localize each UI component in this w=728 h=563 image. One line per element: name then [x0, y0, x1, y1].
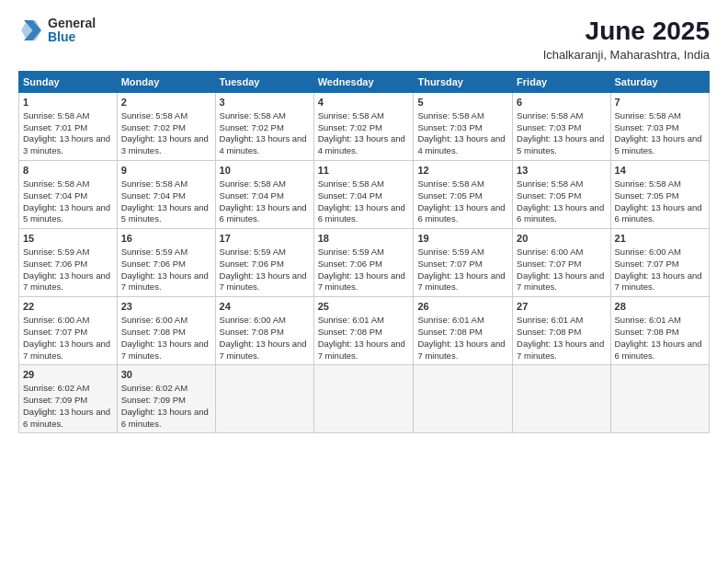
- col-wednesday: Wednesday: [313, 72, 414, 93]
- logo-general-text: General: [48, 17, 96, 30]
- table-cell: [610, 365, 709, 433]
- sunset: Sunset: 7:04 PM: [23, 190, 87, 201]
- day-number: 24: [220, 300, 310, 314]
- sunrise: Sunrise: 5:58 AM: [220, 110, 286, 121]
- sunset: Sunset: 7:07 PM: [615, 259, 679, 269]
- day-number: 12: [417, 164, 508, 178]
- sunrise: Sunrise: 6:02 AM: [23, 383, 89, 393]
- sunrise: Sunrise: 5:58 AM: [23, 178, 89, 189]
- sunset: Sunset: 7:03 PM: [517, 122, 581, 132]
- sunrise: Sunrise: 5:58 AM: [517, 110, 583, 121]
- daylight: Daylight: 13 hours and 6 minutes.: [318, 202, 405, 224]
- sunset: Sunset: 7:08 PM: [417, 327, 482, 337]
- day-number: 30: [121, 368, 211, 382]
- sunset: Sunset: 7:02 PM: [220, 122, 284, 132]
- daylight: Daylight: 13 hours and 7 minutes.: [220, 270, 307, 293]
- sunset: Sunset: 7:04 PM: [121, 190, 186, 201]
- sunrise: Sunrise: 5:58 AM: [23, 110, 89, 121]
- col-saturday: Saturday: [610, 72, 709, 93]
- logo-text: General Blue: [48, 17, 96, 45]
- daylight: Daylight: 13 hours and 4 minutes.: [318, 133, 405, 155]
- daylight: Daylight: 13 hours and 7 minutes.: [417, 339, 505, 361]
- table-row: 22Sunrise: 6:00 AMSunset: 7:07 PMDayligh…: [19, 297, 710, 365]
- logo-icon: [18, 17, 44, 43]
- table-cell: 8Sunrise: 5:58 AMSunset: 7:04 PMDaylight…: [19, 161, 118, 229]
- day-number: 26: [417, 300, 508, 314]
- subtitle: Ichalkaranji, Maharashtra, India: [543, 48, 710, 62]
- sunrise: Sunrise: 6:01 AM: [417, 315, 483, 325]
- sunrise: Sunrise: 6:01 AM: [517, 315, 583, 325]
- day-number: 4: [318, 96, 410, 109]
- table-cell: 16Sunrise: 5:59 AMSunset: 7:06 PMDayligh…: [117, 229, 215, 297]
- sunrise: Sunrise: 5:58 AM: [615, 178, 681, 189]
- sunrise: Sunrise: 5:58 AM: [417, 178, 483, 189]
- table-cell: 3Sunrise: 5:58 AMSunset: 7:02 PMDaylight…: [215, 93, 313, 161]
- sunset: Sunset: 7:05 PM: [517, 190, 581, 201]
- header-row: Sunday Monday Tuesday Wednesday Thursday…: [19, 72, 710, 93]
- table-cell: [215, 365, 313, 433]
- day-number: 20: [517, 232, 606, 246]
- table-row: 29Sunrise: 6:02 AMSunset: 7:09 PMDayligh…: [19, 365, 710, 433]
- sunrise: Sunrise: 5:58 AM: [318, 178, 384, 189]
- sunset: Sunset: 7:08 PM: [121, 327, 186, 337]
- daylight: Daylight: 13 hours and 7 minutes.: [615, 270, 702, 293]
- sunrise: Sunrise: 5:59 AM: [417, 247, 483, 257]
- daylight: Daylight: 13 hours and 6 minutes.: [220, 202, 307, 224]
- sunrise: Sunrise: 6:01 AM: [615, 315, 681, 325]
- col-sunday: Sunday: [19, 72, 118, 93]
- sunset: Sunset: 7:03 PM: [417, 122, 482, 132]
- sunset: Sunset: 7:06 PM: [318, 259, 382, 269]
- daylight: Daylight: 13 hours and 4 minutes.: [417, 133, 505, 155]
- sunrise: Sunrise: 6:00 AM: [220, 315, 286, 325]
- table-row: 15Sunrise: 5:59 AMSunset: 7:06 PMDayligh…: [19, 229, 710, 297]
- daylight: Daylight: 13 hours and 6 minutes.: [615, 339, 702, 361]
- sunrise: Sunrise: 6:02 AM: [121, 383, 188, 393]
- table-cell: 15Sunrise: 5:59 AMSunset: 7:06 PMDayligh…: [19, 229, 118, 297]
- day-number: 7: [615, 96, 705, 109]
- sunrise: Sunrise: 5:58 AM: [121, 178, 188, 189]
- daylight: Daylight: 13 hours and 7 minutes.: [23, 339, 110, 361]
- day-number: 13: [517, 164, 606, 178]
- sunset: Sunset: 7:09 PM: [23, 395, 87, 405]
- sunrise: Sunrise: 5:58 AM: [615, 110, 681, 121]
- sunset: Sunset: 7:05 PM: [615, 190, 679, 201]
- sunset: Sunset: 7:07 PM: [517, 259, 581, 269]
- logo: General Blue: [18, 17, 96, 45]
- calendar-page: General Blue June 2025 Ichalkaranji, Mah…: [0, 0, 728, 563]
- sunset: Sunset: 7:04 PM: [220, 190, 284, 201]
- daylight: Daylight: 13 hours and 3 minutes.: [23, 133, 110, 155]
- table-cell: 1Sunrise: 5:58 AMSunset: 7:01 PMDaylight…: [19, 93, 118, 161]
- day-number: 23: [121, 300, 211, 314]
- day-number: 22: [23, 300, 113, 314]
- day-number: 3: [220, 96, 310, 109]
- sunset: Sunset: 7:07 PM: [417, 259, 482, 269]
- day-number: 19: [417, 232, 508, 246]
- day-number: 1: [23, 96, 113, 109]
- sunrise: Sunrise: 5:59 AM: [318, 247, 384, 257]
- table-cell: 17Sunrise: 5:59 AMSunset: 7:06 PMDayligh…: [215, 229, 313, 297]
- table-cell: 11Sunrise: 5:58 AMSunset: 7:04 PMDayligh…: [313, 161, 414, 229]
- daylight: Daylight: 13 hours and 5 minutes.: [615, 133, 702, 155]
- daylight: Daylight: 13 hours and 3 minutes.: [121, 133, 209, 155]
- day-number: 15: [23, 232, 113, 246]
- table-cell: 19Sunrise: 5:59 AMSunset: 7:07 PMDayligh…: [414, 229, 513, 297]
- sunrise: Sunrise: 5:58 AM: [121, 110, 188, 121]
- daylight: Daylight: 13 hours and 7 minutes.: [121, 339, 209, 361]
- calendar-table: Sunday Monday Tuesday Wednesday Thursday…: [18, 71, 710, 433]
- main-title: June 2025: [543, 17, 710, 46]
- sunrise: Sunrise: 6:00 AM: [517, 247, 583, 257]
- daylight: Daylight: 13 hours and 6 minutes.: [23, 407, 110, 429]
- day-number: 5: [417, 96, 508, 109]
- day-number: 27: [517, 300, 606, 314]
- sunrise: Sunrise: 6:00 AM: [23, 315, 89, 325]
- table-cell: 28Sunrise: 6:01 AMSunset: 7:08 PMDayligh…: [610, 297, 709, 365]
- sunrise: Sunrise: 5:58 AM: [517, 178, 583, 189]
- table-cell: 20Sunrise: 6:00 AMSunset: 7:07 PMDayligh…: [513, 229, 610, 297]
- table-row: 8Sunrise: 5:58 AMSunset: 7:04 PMDaylight…: [19, 161, 710, 229]
- col-thursday: Thursday: [414, 72, 513, 93]
- table-cell: 13Sunrise: 5:58 AMSunset: 7:05 PMDayligh…: [513, 161, 610, 229]
- sunset: Sunset: 7:05 PM: [417, 190, 482, 201]
- day-number: 17: [220, 232, 310, 246]
- sunset: Sunset: 7:06 PM: [220, 259, 284, 269]
- day-number: 21: [615, 232, 705, 246]
